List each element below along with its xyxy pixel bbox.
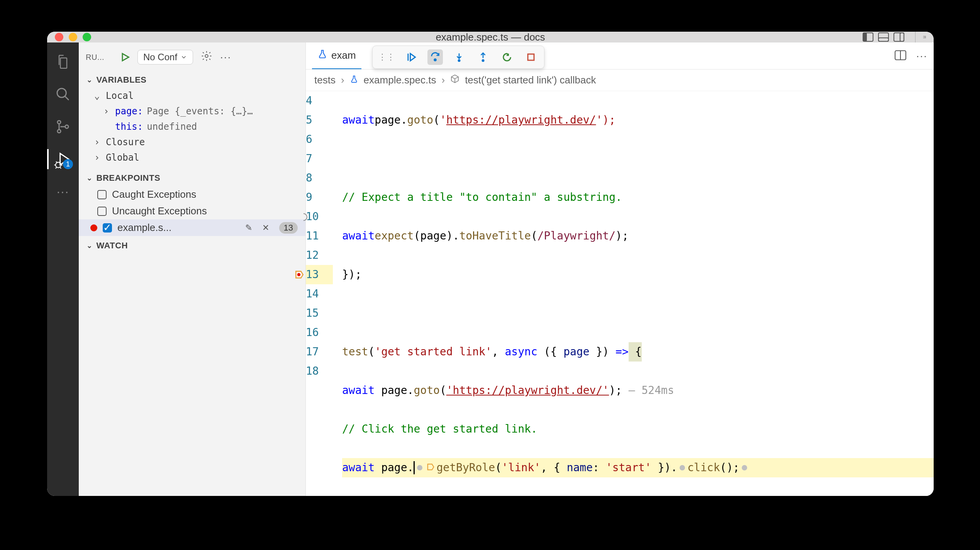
svg-line-10 xyxy=(65,96,69,100)
layout-controls xyxy=(863,32,926,42)
svg-rect-2 xyxy=(878,33,888,41)
tab-example[interactable]: exam xyxy=(312,42,361,69)
debug-badge: 1 xyxy=(63,159,73,169)
scope-local[interactable]: ⌄Local xyxy=(79,88,305,104)
scope-global[interactable]: ›Global xyxy=(79,150,305,165)
var-page[interactable]: ›page: Page {_events: {…}… xyxy=(79,104,305,119)
source-control-icon[interactable] xyxy=(54,118,71,135)
svg-point-11 xyxy=(58,121,61,124)
stop-button[interactable] xyxy=(523,49,539,65)
vscode-window: example.spec.ts — docs 1 ··· RU... xyxy=(47,32,934,496)
breakpoint-marker-icon xyxy=(294,270,304,280)
minimize-button[interactable] xyxy=(69,33,77,41)
explorer-icon[interactable] xyxy=(54,53,71,70)
breakpoint-dot-icon xyxy=(90,224,97,231)
search-icon[interactable] xyxy=(54,86,71,103)
bp-line-badge: 13 xyxy=(279,222,298,234)
svg-rect-3 xyxy=(878,38,888,41)
inline-dot-icon xyxy=(742,465,747,470)
sidebar-title: RU... xyxy=(86,53,113,62)
svg-rect-27 xyxy=(528,54,534,60)
panel-left-icon[interactable] xyxy=(863,32,873,42)
svg-rect-5 xyxy=(900,33,904,41)
bp-uncaught[interactable]: Uncaught Exceptions xyxy=(79,203,305,219)
checkbox-icon[interactable] xyxy=(97,207,107,216)
svg-rect-7 xyxy=(925,36,926,37)
svg-point-28 xyxy=(297,273,301,277)
breadcrumbs[interactable]: tests› example.spec.ts› test('get starte… xyxy=(306,70,934,91)
svg-rect-1 xyxy=(863,33,867,41)
svg-rect-8 xyxy=(925,37,926,38)
zoom-button[interactable] xyxy=(83,33,91,41)
continue-button[interactable] xyxy=(404,49,419,65)
window-title: example.spec.ts — docs xyxy=(436,32,545,43)
var-this[interactable]: ›this: undefined xyxy=(79,119,305,134)
debug-toolbar[interactable]: ⋮⋮ xyxy=(372,46,544,69)
step-into-button[interactable] xyxy=(451,49,467,65)
start-debug-button[interactable] xyxy=(117,49,133,65)
code[interactable]: await page.goto('https://playwright.dev/… xyxy=(342,91,934,496)
bp-file-row[interactable]: ✓ example.s... ✎ ✕ 13 xyxy=(79,219,305,236)
inline-breakpoint-icon[interactable] xyxy=(426,458,435,477)
editor-area: exam ··· ⋮⋮ tests› example.spec.ts› xyxy=(306,42,934,496)
inline-dot-icon xyxy=(680,465,685,470)
run-debug-icon[interactable]: 1 xyxy=(54,151,71,168)
svg-point-9 xyxy=(57,88,66,97)
symbol-icon xyxy=(450,74,459,86)
svg-point-12 xyxy=(58,130,61,133)
panel-bottom-icon[interactable] xyxy=(878,32,889,42)
step-out-button[interactable] xyxy=(475,49,491,65)
traffic-lights xyxy=(55,33,91,41)
breakpoints-section[interactable]: ⌄BREAKPOINTS xyxy=(79,170,305,186)
sidebar-header: RU... No Conf ··· xyxy=(79,42,305,72)
svg-point-18 xyxy=(205,54,208,58)
bp-caught[interactable]: Caught Exceptions xyxy=(79,186,305,203)
svg-point-13 xyxy=(65,125,68,128)
inline-dot-icon xyxy=(417,465,422,470)
svg-rect-4 xyxy=(894,33,904,41)
split-editor-icon[interactable] xyxy=(895,50,906,62)
flask-icon xyxy=(317,49,327,62)
scope-closure[interactable]: ›Closure xyxy=(79,134,305,150)
flask-icon xyxy=(350,74,358,86)
watch-section[interactable]: ⌄WATCH xyxy=(79,238,305,254)
gutter: 456789 10 1112 13 1415161718 xyxy=(306,91,342,496)
svg-point-24 xyxy=(458,60,460,61)
debug-sidebar: RU... No Conf ··· ⌄VARIABLES ⌄Local ›pag… xyxy=(79,42,306,496)
activity-bar: 1 ··· xyxy=(47,42,79,496)
close-icon[interactable]: ✕ xyxy=(262,223,269,233)
gear-icon[interactable] xyxy=(201,50,212,65)
variables-section[interactable]: ⌄VARIABLES xyxy=(79,72,305,88)
checkbox-checked-icon[interactable]: ✓ xyxy=(103,223,112,233)
svg-point-22 xyxy=(434,59,436,61)
restart-button[interactable] xyxy=(499,49,515,65)
editor[interactable]: 456789 10 1112 13 1415161718 await page.… xyxy=(306,91,934,496)
svg-point-14 xyxy=(56,162,61,168)
pencil-icon[interactable]: ✎ xyxy=(245,223,252,233)
more-icon[interactable]: ··· xyxy=(916,50,927,62)
debug-config-select[interactable]: No Conf xyxy=(137,50,193,65)
body: 1 ··· RU... No Conf ··· ⌄VARIABLES ⌄Loca… xyxy=(47,42,934,496)
svg-point-26 xyxy=(482,60,484,61)
cursor xyxy=(414,461,415,474)
panel-right-icon[interactable] xyxy=(894,32,904,42)
step-over-button[interactable] xyxy=(427,49,443,65)
more-icon[interactable]: ··· xyxy=(54,183,71,200)
gripper-icon[interactable]: ⋮⋮ xyxy=(378,52,395,62)
svg-rect-6 xyxy=(923,36,924,38)
customize-layout-icon[interactable] xyxy=(915,32,926,42)
close-button[interactable] xyxy=(55,33,63,41)
checkbox-icon[interactable] xyxy=(97,190,107,199)
more-icon[interactable]: ··· xyxy=(220,51,231,63)
titlebar: example.spec.ts — docs xyxy=(47,32,934,42)
